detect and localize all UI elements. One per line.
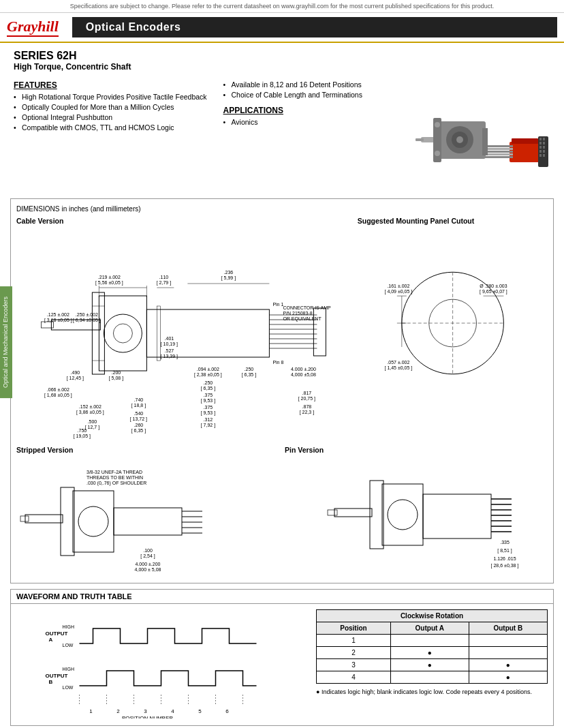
svg-text:[ 5,56 ±0,05 ]: [ 5,56 ±0,05 ] [95, 280, 123, 286]
mounting-cutout-title: Suggested Mounting Panel Cutout [358, 217, 548, 225]
svg-text:.030 (0,.76) OF SHOULDER: .030 (0,.76) OF SHOULDER [87, 481, 146, 486]
cell-output-b: ● [469, 659, 547, 671]
svg-text:.250: .250 [204, 380, 213, 385]
svg-text:.057 ±.002: .057 ±.002 [387, 360, 409, 365]
pin-version-title: Pin Version [285, 446, 548, 454]
svg-rect-144 [328, 510, 337, 515]
col-output-a: Output A [390, 622, 469, 635]
sidebar-label: Optical and Mechanical Encoders [2, 297, 9, 388]
stripped-version-title: Stripped Version [16, 446, 279, 454]
svg-point-25 [435, 122, 440, 127]
svg-text:.200: .200 [112, 370, 121, 375]
svg-text:[ 5,99 ]: [ 5,99 ] [221, 275, 236, 281]
cell-position: 2 [317, 647, 391, 659]
svg-text:.490: .490 [71, 370, 80, 375]
svg-point-124 [78, 506, 108, 536]
cell-position: 3 [317, 659, 391, 671]
svg-text:[ 12,7 ]: [ 12,7 ] [85, 425, 99, 430]
svg-rect-37 [157, 306, 160, 361]
svg-text:.817: .817 [302, 391, 312, 395]
svg-text:[ 12,45 ]: [ 12,45 ] [67, 376, 84, 381]
col-position: Position [317, 622, 391, 635]
sidebar-tab: Optical and Mechanical Encoders [0, 286, 12, 398]
svg-text:.375: .375 [204, 405, 213, 410]
svg-text:OR EQUIVALENT: OR EQUIVALENT [283, 316, 322, 322]
svg-text:Ø .380 ±.003: Ø .380 ±.003 [480, 284, 507, 288]
svg-text:4.000 ±.200: 4.000 ±.200 [136, 562, 161, 566]
svg-text:.161 ±.002: .161 ±.002 [387, 284, 409, 288]
available-item: Choice of Cable Length and Terminations [223, 91, 407, 99]
svg-text:.066 ±.002: .066 ±.002 [47, 387, 69, 392]
svg-text:OUTPUT: OUTPUT [46, 673, 68, 679]
svg-text:[ 5,08 ]: [ 5,08 ] [109, 376, 123, 381]
svg-rect-0 [510, 142, 540, 162]
svg-rect-126 [20, 516, 29, 521]
page-header: Grayhill Optical Encoders [0, 13, 564, 43]
svg-text:HIGH: HIGH [63, 624, 75, 629]
feature-item: Optional Integral Pushbutton [14, 113, 217, 121]
svg-text:.878: .878 [302, 404, 312, 409]
svg-text:.219 ±.002: .219 ±.002 [98, 275, 121, 279]
disclaimer-bar: Specifications are subject to change. Pl… [0, 0, 564, 13]
svg-text:A: A [49, 637, 53, 643]
svg-rect-27 [482, 128, 488, 155]
mounting-cutout-section: Suggested Mounting Panel Cutout .161 ±.0… [358, 217, 548, 440]
svg-text:[ 2,54 ]: [ 2,54 ] [140, 553, 155, 559]
svg-text:[ 1,68 ±0,05 ]: [ 1,68 ±0,05 ] [44, 393, 72, 398]
svg-text:[ 8,51 ]: [ 8,51 ] [497, 548, 512, 553]
pin-version-section: Pin Version .335 [285, 446, 548, 577]
svg-text:.094 ±.002: .094 ±.002 [197, 367, 219, 371]
svg-rect-14 [539, 150, 542, 153]
svg-text:4: 4 [171, 708, 174, 714]
waveform-diagram-area: OUTPUT A HIGH LOW OUTPUT B HIGH LOW [16, 609, 306, 720]
available-list: Available in 8,12 and 16 Detent Position… [223, 80, 407, 99]
table-row: 3 ● ● [317, 659, 548, 671]
stripped-diagram: 3/8-32 UNEF-2A THREAD THREADS TO BE WITH… [16, 457, 279, 576]
svg-text:[ 22,3 ]: [ 22,3 ] [300, 410, 314, 415]
svg-rect-12 [539, 146, 542, 149]
svg-rect-8 [539, 138, 542, 140]
svg-text:[ 13,39 ]: [ 13,39 ] [161, 354, 178, 359]
svg-rect-127 [114, 508, 182, 535]
svg-rect-16 [539, 154, 542, 157]
table-row: 2 ● [317, 647, 548, 659]
stripped-version-section: Stripped Version 3/8-32 UNEF-2A THREAD [16, 446, 279, 577]
cell-output-a [390, 635, 469, 647]
cell-position: 1 [317, 635, 391, 647]
cell-output-b [469, 635, 547, 647]
svg-point-35 [113, 324, 132, 343]
svg-text:5: 5 [198, 708, 202, 714]
product-line-title: Optical Encoders [72, 17, 557, 37]
svg-text:.750: .750 [78, 428, 87, 433]
truth-table-note: ● Indicates logic high; blank indicates … [316, 688, 548, 697]
feature-item: Optically Coupled for More than a Millio… [14, 103, 217, 111]
dimensions-section: DIMENSIONS in inches (and millimeters) C… [10, 198, 554, 583]
svg-text:[ 3,18 ±0,05 ]: [ 3,18 ±0,05 ] [44, 318, 72, 323]
svg-point-21 [456, 136, 463, 143]
series-name: SERIES 62H [14, 50, 550, 62]
svg-text:.527: .527 [165, 348, 174, 353]
features-list: High Rotational Torque Provides Positive… [14, 93, 217, 132]
svg-text:4,000 ± 5,08: 4,000 ± 5,08 [135, 567, 161, 572]
svg-text:[ 1,45 ±0,05 ]: [ 1,45 ±0,05 ] [384, 365, 412, 371]
truth-table: Clockwise Rotation Position Output A Out… [316, 609, 548, 684]
svg-text:[ 7,92 ]: [ 7,92 ] [201, 423, 215, 428]
svg-text:[ 2,38 ±0,05 ]: [ 2,38 ±0,05 ] [194, 372, 222, 378]
svg-text:[ 9,53 ]: [ 9,53 ] [201, 410, 215, 416]
svg-text:.500: .500 [88, 419, 97, 424]
feature-item: Compatible with CMOS, TTL and HCMOS Logi… [14, 123, 217, 132]
svg-text:HIGH: HIGH [63, 667, 75, 671]
svg-rect-125 [25, 515, 63, 523]
col-output-b: Output B [469, 622, 547, 635]
svg-text:[ 6,35 ]: [ 6,35 ] [201, 386, 215, 391]
svg-text:OUTPUT: OUTPUT [46, 631, 68, 637]
svg-text:THREADS TO BE WITHIN: THREADS TO BE WITHIN [87, 475, 143, 480]
applications-title: APPLICATIONS [223, 106, 407, 115]
applications-list: Avionics [223, 118, 407, 126]
features-title: FEATURES [14, 80, 217, 90]
svg-text:.236: .236 [224, 270, 234, 275]
svg-text:[ 20,75 ]: [ 20,75 ] [298, 396, 315, 401]
series-subtitle: High Torque, Concentric Shaft [14, 62, 550, 72]
svg-text:.740: .740 [134, 397, 144, 402]
svg-text:LOW: LOW [63, 643, 74, 648]
